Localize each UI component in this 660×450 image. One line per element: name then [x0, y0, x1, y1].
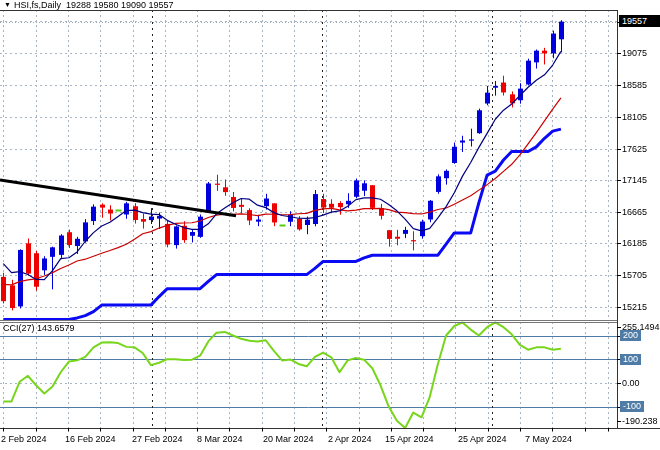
main-pane[interactable] [0, 10, 617, 320]
price-axis-label: 17145 [622, 174, 647, 186]
price-axis[interactable] [617, 10, 660, 428]
date-axis-label: 15 Apr 2024 [385, 433, 434, 445]
price-axis-label: 18105 [622, 111, 647, 123]
price-axis-label: 17625 [622, 143, 647, 155]
price-axis-label: 16185 [622, 237, 647, 249]
chart-symbol-period-label: HSI,fs,Daily [14, 0, 61, 10]
cci-level-chip: 200 [620, 330, 641, 341]
cci-level-chip: -100 [620, 401, 644, 412]
cci-pane[interactable] [0, 323, 617, 428]
date-axis-label: 2 Feb 2024 [1, 433, 47, 445]
date-axis-label: 7 May 2024 [525, 433, 572, 445]
price-axis-label: 16665 [622, 206, 647, 218]
price-axis-label: 15705 [622, 269, 647, 281]
price-axis-label: 19075 [622, 47, 647, 59]
cci-axis-label: 0.00 [622, 377, 640, 389]
chart-title-bar: ▼HSI,fs,Daily 19288 19580 19090 19557 [0, 0, 174, 12]
cci-indicator-label: CCI(27) 143.6579 [3, 323, 75, 333]
chart-ohlc-readout: 19288 19580 19090 19557 [66, 0, 174, 10]
date-axis-label: 8 Mar 2024 [197, 433, 243, 445]
price-axis-label: 18585 [622, 79, 647, 91]
mt4-chart-window: ▼HSI,fs,Daily 19288 19580 19090 19557 CC… [0, 0, 660, 450]
symbol-dropdown-icon[interactable]: ▼ [0, 0, 14, 8]
current-price-chip: 19557 [619, 15, 660, 27]
date-axis-label: 2 Apr 2024 [328, 433, 372, 445]
cci-level-chip: 100 [620, 354, 641, 365]
price-axis-label: 15215 [622, 301, 647, 313]
date-axis-label: 25 Apr 2024 [458, 433, 507, 445]
cci-axis-label: -190.238 [622, 415, 658, 427]
date-axis-label: 27 Feb 2024 [132, 433, 183, 445]
date-axis-label: 16 Feb 2024 [65, 433, 116, 445]
date-axis-label: 20 Mar 2024 [263, 433, 314, 445]
